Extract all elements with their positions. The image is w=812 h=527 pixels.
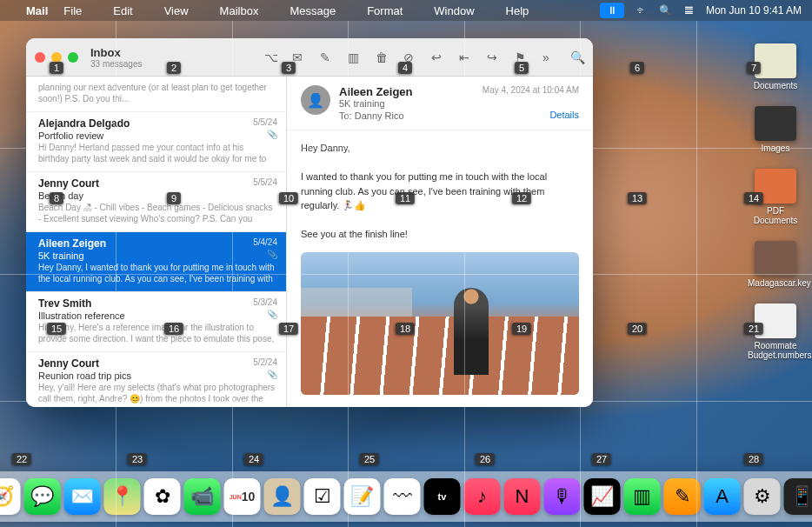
reply-all-icon[interactable]: ⇤ xyxy=(459,50,473,64)
mail-list-item[interactable]: Jenny Court5/2/24Reunion road trip pics📎… xyxy=(26,352,286,407)
voice-control-indicator[interactable]: ⏸ xyxy=(600,3,624,18)
app-name[interactable]: Mail xyxy=(26,4,48,17)
dock-photos[interactable]: ✿ xyxy=(144,478,181,515)
dock-music[interactable]: ♪ xyxy=(464,478,501,515)
spotlight-icon[interactable]: 🔍 xyxy=(659,4,672,17)
desktop-item[interactable]: Roommate Budget.numbers xyxy=(748,304,803,360)
dock-numbers[interactable]: ▥ xyxy=(624,478,661,515)
menubar: Mail FileEditViewMailboxMessageFormatWin… xyxy=(0,0,812,21)
more-icon[interactable]: » xyxy=(542,50,556,64)
desktop-item[interactable]: Madagascar.key xyxy=(748,241,803,288)
message-list[interactable]: planning our next adventure (or at least… xyxy=(26,77,287,407)
wifi-icon[interactable]: ᯤ xyxy=(636,4,647,17)
message-subject: 5K training xyxy=(301,98,579,109)
dock-appstore[interactable]: A xyxy=(704,478,741,515)
dock-facetime[interactable]: 📹 xyxy=(184,478,221,515)
compose-icon[interactable]: ✎ xyxy=(320,50,334,64)
dock-messages[interactable]: 💬 xyxy=(24,478,61,515)
mail-window: Inbox 33 messages ⌥✉✎▥🗑⊘↩⇤↪⚑»🔍 planning … xyxy=(26,38,593,407)
message-to: To: Danny Rico xyxy=(301,110,579,121)
dock-safari[interactable]: 🧭 xyxy=(0,478,21,515)
mailbox-count: 33 messages xyxy=(90,59,142,69)
mail-list-item[interactable]: planning our next adventure (or at least… xyxy=(26,77,286,112)
junk-icon[interactable]: ⊘ xyxy=(403,50,417,64)
mail-toolbar: ⌥✉✎▥🗑⊘↩⇤↪⚑»🔍 xyxy=(264,50,584,64)
window-controls xyxy=(35,52,78,63)
desktop-icons: DocumentsImagesPDF DocumentsMadagascar.k… xyxy=(748,43,803,360)
dock-freeform[interactable]: 〰 xyxy=(384,478,421,515)
mail-list-item[interactable]: Alejandra Delgado5/5/24Portfolio review📎… xyxy=(26,112,286,172)
menu-format[interactable]: Format xyxy=(367,4,403,17)
dock-contacts[interactable]: 👤 xyxy=(264,478,301,515)
message-body: Hey Danny, I wanted to thank you for put… xyxy=(287,130,593,252)
reply-icon[interactable]: ↩ xyxy=(431,50,445,64)
dock-iphone[interactable]: 📱 xyxy=(784,478,813,515)
menu-window[interactable]: Window xyxy=(434,4,474,17)
dock: 🙂▦🧭💬✉️📍✿📹JUN10👤☑📝〰tv♪N🎙📈▥✎A⚙📱⬇🗑 xyxy=(0,471,812,522)
menu-file[interactable]: File xyxy=(63,4,82,17)
control-center-icon[interactable]: 𝌆 xyxy=(684,4,694,17)
search-icon[interactable]: 🔍 xyxy=(570,50,584,64)
message-attachment-image[interactable] xyxy=(301,252,579,396)
dock-settings[interactable]: ⚙ xyxy=(744,478,781,515)
menu-message[interactable]: Message xyxy=(290,4,336,17)
dock-stocks[interactable]: 📈 xyxy=(584,478,621,515)
menu-edit[interactable]: Edit xyxy=(113,4,132,17)
desktop-item[interactable]: Images xyxy=(748,106,803,153)
mail-list-item[interactable]: Aileen Zeigen5/4/245K training📎Hey Danny… xyxy=(26,232,286,292)
desktop-item[interactable]: Documents xyxy=(748,43,803,90)
menu-help[interactable]: Help xyxy=(506,4,529,17)
flag-icon[interactable]: ⚑ xyxy=(515,50,529,64)
menu-mailbox[interactable]: Mailbox xyxy=(220,4,259,17)
dock-notes[interactable]: 📝 xyxy=(344,478,381,515)
sender-avatar: 👤 xyxy=(301,85,330,115)
envelope-icon[interactable]: ✉ xyxy=(292,50,306,64)
dock-reminders[interactable]: ☑ xyxy=(304,478,341,515)
mailbox-title: Inbox xyxy=(90,46,142,59)
dock-podcasts[interactable]: 🎙 xyxy=(544,478,581,515)
close-button[interactable] xyxy=(35,52,45,63)
menubar-datetime[interactable]: Mon Jun 10 9:41 AM xyxy=(706,4,802,17)
mail-list-item[interactable]: Trev Smith5/3/24Illustration reference📎H… xyxy=(26,292,286,352)
dock-tv[interactable]: tv xyxy=(424,478,461,515)
message-pane: 👤 Aileen Zeigen 5K training To: Danny Ri… xyxy=(287,77,593,407)
dock-news[interactable]: N xyxy=(504,478,541,515)
zoom-button[interactable] xyxy=(68,52,78,63)
dock-pages[interactable]: ✎ xyxy=(664,478,701,515)
mail-titlebar: Inbox 33 messages ⌥✉✎▥🗑⊘↩⇤↪⚑»🔍 xyxy=(26,38,593,77)
desktop-item[interactable]: PDF Documents xyxy=(748,169,803,225)
dock-calendar[interactable]: JUN10 xyxy=(224,478,261,515)
mail-list-item[interactable]: Jenny Court5/5/24Beach dayBeach Day 🏖 - … xyxy=(26,172,286,232)
archive-icon[interactable]: ▥ xyxy=(348,50,362,64)
dock-maps[interactable]: 📍 xyxy=(104,478,141,515)
forward-icon[interactable]: ↪ xyxy=(487,50,501,64)
message-timestamp: May 4, 2024 at 10:04 AM xyxy=(483,85,579,95)
message-header: 👤 Aileen Zeigen 5K training To: Danny Ri… xyxy=(287,77,593,130)
envelope-open-icon[interactable]: ⌥ xyxy=(264,50,278,64)
minimize-button[interactable] xyxy=(51,52,62,63)
menu-view[interactable]: View xyxy=(164,4,189,17)
details-button[interactable]: Details xyxy=(549,110,579,120)
dock-mail[interactable]: ✉️ xyxy=(64,478,101,515)
trash-icon[interactable]: 🗑 xyxy=(376,50,389,64)
